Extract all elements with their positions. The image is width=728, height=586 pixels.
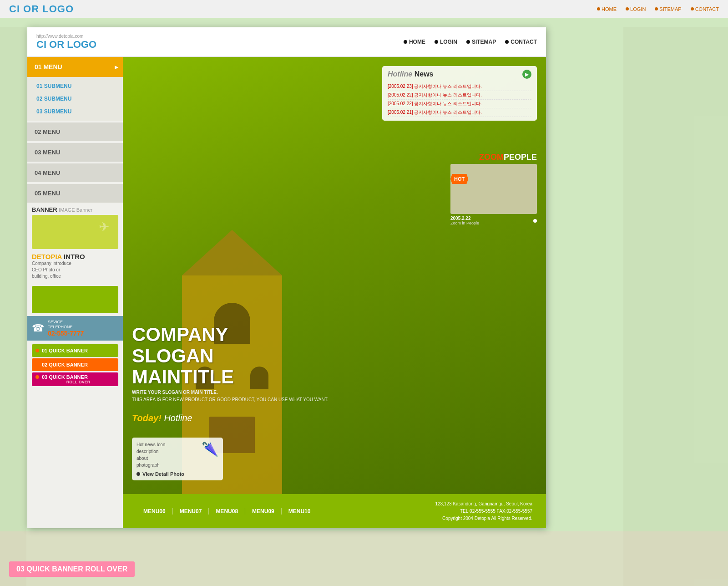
- nav-dot: [435, 40, 438, 44]
- menu-01[interactable]: 01 MENU: [27, 57, 123, 77]
- quick-banner-1[interactable]: 01 QUICK BANNER: [32, 344, 118, 357]
- zoom-desc: Zoom in People: [450, 221, 479, 225]
- footer-nav: MENU06 MENU07 MENU08 MENU09 MENU10: [136, 508, 317, 515]
- nav-dot: [404, 40, 407, 44]
- zoom-title: ZOOMPEOPLE: [450, 153, 537, 162]
- top-bar-nav: HOME LOGIN SITEMAP CONTACT: [597, 6, 719, 12]
- zoom-info: 2005.2.22 Zoom in People: [450, 216, 537, 225]
- hotline-arrow[interactable]: ▶: [522, 70, 531, 79]
- nav-contact[interactable]: CONTACT: [505, 39, 537, 45]
- bullet-icon: [35, 363, 39, 367]
- dot-icon: [597, 7, 600, 10]
- today-hotline: Today! Hotline: [132, 413, 192, 423]
- footer-nav-menu09[interactable]: MENU09: [245, 508, 282, 515]
- menu-05[interactable]: 05 MENU: [27, 184, 123, 203]
- service-label: SEVICETELEPHONE: [48, 320, 84, 330]
- footer-info: 123,123 Kasandong, Gangnamgu, Seoul, Kor…: [435, 500, 533, 522]
- hotline-item[interactable]: [2005.02.22] 공지사항이나 뉴스 리스트입니다.: [388, 100, 531, 108]
- slogan-sub: WRITE YOUR SLOGAN OR MAIN TITLE. THIS AR…: [132, 389, 329, 403]
- sidebar: 01 MENU 01 SUBMENU 02 SUBMENU 03 SUBMENU…: [27, 57, 123, 528]
- quick-banner-3[interactable]: 03 QUICK BANNER ROLL OVER: [32, 372, 118, 386]
- hotline-title: Hotline News ▶: [388, 70, 531, 79]
- news-card-text: Hot news Icon description about photogra…: [136, 441, 165, 469]
- slogan-main: COMPANY SLOGAN MAINTITLE: [132, 324, 329, 387]
- view-dot-icon: [136, 472, 140, 476]
- top-nav-home[interactable]: HOME: [597, 6, 617, 12]
- site-footer: MENU06 MENU07 MENU08 MENU09 MENU10 123,1…: [123, 494, 546, 528]
- zoom-people-box: ZOOMPEOPLE HOT 2005.2.22 Zoom in People: [450, 153, 537, 225]
- detopia-title: DETOPIA INTRO: [32, 253, 118, 260]
- menu-04[interactable]: 04 MENU: [27, 163, 123, 182]
- ghost-content-layer: [623, 27, 728, 586]
- detopia-desc: Company introduceCEO Photo orbuilding, o…: [32, 260, 118, 280]
- church-spire: [182, 230, 282, 275]
- hotline-item[interactable]: [2005.02.21] 공지사항이나 뉴스 리스트입니다.: [388, 108, 531, 117]
- detopia-intro: DETOPIA INTRO Company introduceCEO Photo…: [27, 249, 123, 283]
- hotline-text: Hotline News: [388, 70, 433, 78]
- dot-icon: [626, 7, 629, 10]
- menu-02[interactable]: 02 MENU: [27, 122, 123, 141]
- ghost-sidebar-layer: [0, 27, 26, 586]
- submenu-03[interactable]: 03 SUBMENU: [27, 105, 123, 118]
- detopia-green-box: [32, 286, 118, 313]
- footer-nav-menu10[interactable]: MENU10: [282, 508, 318, 515]
- hotline-item[interactable]: [2005.02.22] 공지사항이나 뉴스 리스트입니다.: [388, 91, 531, 100]
- hotline-item[interactable]: [2005.02.23] 공지사항이나 뉴스 리스트입니다.: [388, 82, 531, 91]
- dot-icon: [655, 7, 658, 10]
- top-nav-contact[interactable]: CONTACT: [691, 6, 719, 12]
- nav-sitemap[interactable]: SITEMAP: [466, 39, 496, 45]
- top-bar-logo: CI OR LOGO: [9, 3, 74, 15]
- footer-nav-menu06[interactable]: MENU06: [136, 508, 173, 515]
- dot-icon: [691, 7, 694, 10]
- quick-banners: 01 QUICK BANNER 02 QUICK BANNER 03 QUICK…: [27, 342, 123, 389]
- hotline-news-box: Hotline News ▶ [2005.02.23] 공지사항이나 뉴스 리스…: [382, 66, 537, 121]
- quick-banner-3-row: 03 QUICK BANNER: [35, 374, 115, 380]
- footer-nav-menu07[interactable]: MENU07: [173, 508, 209, 515]
- phone-icon: ☎: [32, 322, 44, 334]
- site-nav: HOME LOGIN SITEMAP CONTACT: [404, 39, 537, 45]
- quick-banner-2[interactable]: 02 QUICK BANNER: [32, 358, 118, 371]
- nav-login[interactable]: LOGIN: [435, 39, 457, 45]
- roll-over-label: ROLL OVER: [60, 380, 90, 384]
- nav-home[interactable]: HOME: [404, 39, 425, 45]
- site-url: http://www.detopia.com: [36, 34, 96, 39]
- zoom-nav-dot[interactable]: [533, 219, 537, 223]
- menu-03[interactable]: 03 MENU: [27, 143, 123, 162]
- logo-area: http://www.detopia.com CI OR LOGO: [36, 34, 96, 51]
- hot-badge: HOT: [450, 174, 468, 184]
- site-logo: CI OR LOGO: [36, 39, 96, 51]
- slogan-area: COMPANY SLOGAN MAINTITLE WRITE YOUR SLOG…: [132, 324, 329, 403]
- banner-section: BANNER IMAGE Banner: [27, 203, 123, 249]
- top-bar: CI OR LOGO HOME LOGIN SITEMAP CONTACT: [0, 0, 728, 18]
- main-container: http://www.detopia.com CI OR LOGO HOME L…: [27, 27, 546, 528]
- banner-label: BANNER IMAGE Banner: [32, 206, 118, 213]
- today-hotline-title: Today! Hotline: [132, 413, 192, 423]
- content-area: Hotline News ▶ [2005.02.23] 공지사항이나 뉴스 리스…: [123, 57, 546, 528]
- banner-image[interactable]: [32, 215, 118, 249]
- hotline-list: [2005.02.23] 공지사항이나 뉴스 리스트입니다. [2005.02.…: [388, 82, 531, 117]
- photo-icon: 🌂: [202, 441, 218, 457]
- submenu-01[interactable]: 01 SUBMENU: [27, 80, 123, 92]
- nav-dot: [505, 40, 509, 44]
- hero-section: Hotline News ▶ [2005.02.23] 공지사항이나 뉴스 리스…: [123, 57, 546, 494]
- bullet-icon: [35, 349, 39, 352]
- phone-text: SEVICETELEPHONE 02-555-7777: [48, 320, 84, 337]
- service-phone: ☎ SEVICETELEPHONE 02-555-7777: [27, 316, 123, 341]
- top-nav-sitemap[interactable]: SITEMAP: [655, 6, 681, 12]
- view-detail-button[interactable]: View Detail Photo: [136, 471, 218, 477]
- bullet-icon: [35, 375, 39, 379]
- bottom-ghost-banner: 03 QUICK BANNER ROLL OVER: [9, 561, 135, 577]
- top-nav-login[interactable]: LOGIN: [626, 6, 646, 12]
- news-card: Hot news Icon description about photogra…: [132, 438, 223, 480]
- phone-number: 02-555-7777: [48, 330, 84, 337]
- submenu-group: 01 SUBMENU 02 SUBMENU 03 SUBMENU: [27, 77, 123, 121]
- footer-nav-menu08[interactable]: MENU08: [209, 508, 245, 515]
- zoom-image: [450, 164, 537, 214]
- layout: 01 MENU 01 SUBMENU 02 SUBMENU 03 SUBMENU…: [27, 57, 546, 528]
- bottom-ghost-strip: 03 QUICK BANNER ROLL OVER: [0, 531, 728, 586]
- site-header: http://www.detopia.com CI OR LOGO HOME L…: [27, 27, 546, 57]
- submenu-02[interactable]: 02 SUBMENU: [27, 92, 123, 105]
- zoom-date: 2005.2.22: [450, 216, 479, 221]
- nav-dot: [466, 40, 470, 44]
